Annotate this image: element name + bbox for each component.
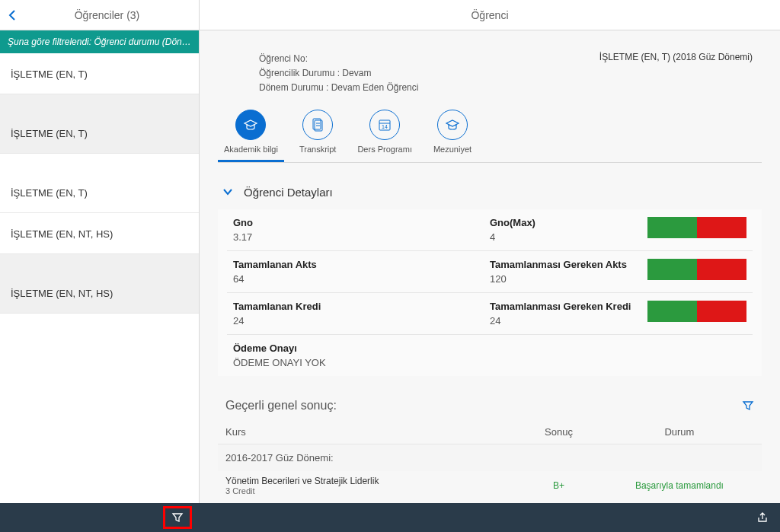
section-title: Öğrenci Detayları [244, 186, 333, 199]
filter-icon[interactable] [742, 400, 754, 412]
table-header: Kurs Sonuç Durum [218, 420, 762, 444]
sidebar-item[interactable]: İŞLETME (EN, NT, HS) [0, 254, 199, 314]
tab-label: Akademik bilgi [224, 145, 278, 154]
tab-academic-info[interactable]: Akademik bilgi [218, 107, 284, 162]
details-row: Ödeme Onayı ÖDEME ONAYI YOK [227, 335, 753, 376]
back-button[interactable] [8, 9, 17, 21]
calendar-icon: 14 [369, 110, 400, 140]
grad-cap-icon [437, 110, 468, 140]
tab-schedule[interactable]: 14 Ders Programı [351, 107, 418, 162]
details-card: Gno 3.17 Gno(Max) 4 [218, 209, 762, 376]
details-row: Tamamlanan Akts 64 Tamamlanması Gereken … [227, 251, 753, 293]
value: 24 [233, 315, 490, 327]
course-name: Yönetim Becerileri ve Stratejik Liderlik [225, 476, 513, 486]
tab-transcript[interactable]: Transkript [293, 107, 343, 162]
progress-indicator [647, 217, 746, 238]
sidebar-title: Öğrenciler (3) [23, 9, 191, 21]
chevron-down-icon [222, 188, 233, 196]
term-status: Dönem Durumu : Devam Eden Öğrenci [259, 81, 599, 95]
filter-button[interactable] [163, 506, 192, 529]
col-status: Durum [605, 426, 754, 438]
section-toggle[interactable]: Öğrenci Detayları [218, 175, 762, 209]
col-result: Sonuç [513, 426, 605, 438]
value: 64 [233, 273, 490, 285]
sidebar-item[interactable]: İŞLETME (EN, NT, HS) [0, 213, 199, 254]
student-status: Öğrencilik Durumu : Devam [259, 66, 599, 81]
label: Tamamlanan Akts [233, 259, 490, 270]
filter-banner[interactable]: Şuna göre filtrelendi: Öğrenci durumu (D… [0, 30, 199, 53]
sidebar-item[interactable]: İŞLETME (EN, T) [0, 94, 199, 154]
sidebar-item[interactable]: İŞLETME (EN, T) [0, 154, 199, 213]
content: Öğrenci No: Öğrencilik Durumu : Devam Dö… [200, 30, 780, 503]
results-section: Geçerli genel sonuç: Kurs Sonuç Durum 20… [218, 391, 762, 503]
tabs: Akademik bilgi Transkript 14 Ders Progra… [218, 99, 762, 163]
info-header: Öğrenci No: Öğrencilik Durumu : Devam Dö… [218, 30, 762, 99]
table-row: Yönetim Becerileri ve Stratejik Liderlik… [218, 471, 762, 500]
course-credit: 3 Credit [225, 486, 513, 495]
student-no-label: Öğrenci No: [259, 52, 599, 66]
label: Tamamlanan Kredi [233, 301, 490, 312]
label: Gno [233, 217, 490, 228]
page-title: Öğrenci [200, 0, 780, 30]
svg-text:14: 14 [382, 124, 388, 129]
tab-label: Mezuniyet [433, 145, 472, 154]
results-title: Geçerli genel sonuç: [225, 399, 742, 413]
table-row: Pazarlama Stratejileri ve Pazarlamayı A … [218, 500, 762, 503]
sidebar: Şuna göre filtrelendi: Öğrenci durumu (D… [0, 30, 200, 503]
progress-indicator [647, 259, 746, 280]
label: Ödeme Onayı [233, 342, 490, 354]
document-icon [302, 110, 333, 140]
header: Öğrenciler (3) Öğrenci [0, 0, 780, 30]
details-row: Gno 3.17 Gno(Max) 4 [227, 209, 753, 251]
program-term: İŞLETME (EN, T) (2018 Güz Dönemi) [599, 52, 762, 96]
sidebar-item[interactable]: İŞLETME (EN, T) [0, 53, 199, 94]
course-result: B+ [513, 480, 605, 491]
grad-cap-icon [235, 110, 266, 140]
student-details-section: Öğrenci Detayları Gno 3.17 Gno(Max) 4 [218, 175, 762, 376]
tab-label: Transkript [299, 145, 337, 154]
col-course: Kurs [225, 426, 513, 438]
tab-graduation[interactable]: Mezuniyet [427, 107, 478, 162]
header-left: Öğrenciler (3) [0, 0, 200, 30]
details-row: Tamamlanan Kredi 24 Tamamlanması Gereken… [227, 293, 753, 335]
value: ÖDEME ONAYI YOK [233, 357, 490, 368]
tab-label: Ders Programı [357, 145, 412, 154]
footer [0, 503, 780, 532]
value: 3.17 [233, 231, 490, 243]
progress-indicator [647, 301, 746, 322]
share-icon[interactable] [756, 511, 769, 524]
term-row: 2016-2017 Güz Dönemi: [218, 444, 762, 471]
course-status: Başarıyla tamamlandı [605, 480, 754, 491]
